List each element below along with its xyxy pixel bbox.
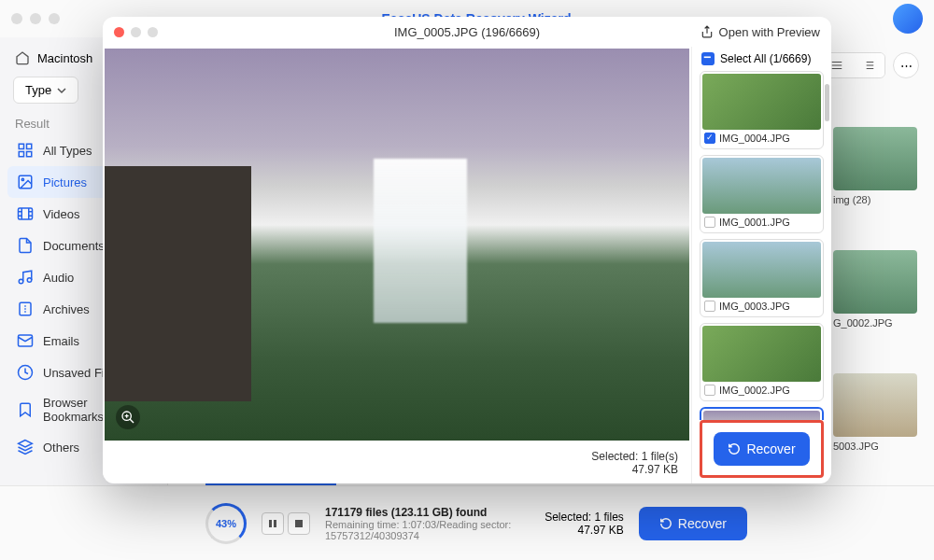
file-thumbnail[interactable]: img (28) (833, 127, 917, 205)
share-icon (700, 25, 714, 38)
thumbnail-checkbox[interactable] (704, 217, 715, 228)
file-thumbnail[interactable]: G_0002.JPG (833, 250, 917, 329)
sidebar-item-label: Others (43, 441, 79, 455)
video-icon (17, 205, 34, 222)
home-icon (15, 50, 30, 65)
thumbnail-image (702, 74, 821, 130)
restore-icon (659, 517, 672, 530)
email-icon (17, 332, 34, 349)
breadcrumb-location: Macintosh (37, 51, 92, 65)
preview-image[interactable] (105, 49, 689, 441)
file-thumbnail[interactable]: 5003.JPG (833, 373, 917, 452)
detail-view-button[interactable] (853, 53, 884, 77)
pause-button[interactable] (262, 512, 284, 535)
files-found: 171179 files (123.11 GB) found (325, 506, 530, 519)
recover-highlight: Recover (700, 420, 824, 478)
app-logo (893, 4, 923, 34)
sidebar-item-label: Documents (43, 239, 105, 253)
svg-rect-3 (27, 152, 32, 157)
zoom-button[interactable] (116, 405, 140, 429)
modal-header: IMG_0005.JPG (196/6669) Open with Previe… (103, 17, 831, 47)
scrollbar[interactable] (825, 84, 829, 121)
type-filter-button[interactable]: Type (13, 77, 78, 104)
thumbnails-list: IMG_0004.JPG IMG_0001.JPG IMG_0003.JPG I… (692, 71, 831, 420)
chevron-down-icon (57, 86, 66, 95)
sidebar-item-label: All Types (43, 144, 92, 158)
preview-modal: IMG_0005.JPG (196/6669) Open with Previe… (103, 17, 831, 483)
thumbnail-item[interactable]: IMG_0004.JPG (700, 71, 824, 149)
thumbnail-image (702, 158, 821, 214)
image-icon (17, 174, 34, 190)
preview-footer: Selected: 1 file(s) 47.97 KB (103, 442, 691, 483)
modal-minimize-button[interactable] (131, 27, 141, 37)
document-icon (17, 237, 34, 254)
magnify-icon (120, 410, 135, 425)
thumbnail-image (702, 326, 821, 382)
more-options-button[interactable]: ⋯ (893, 52, 919, 78)
svg-rect-26 (274, 520, 276, 527)
thumbnail-item[interactable]: IMG_0001.JPG (700, 155, 824, 233)
sidebar-item-label: Audio (43, 271, 74, 285)
recover-button[interactable]: Recover (639, 507, 747, 540)
scan-info: 171179 files (123.11 GB) found Remaining… (325, 506, 530, 541)
modal-close-button[interactable] (114, 27, 124, 37)
selected-size: 47.97 KB (116, 463, 678, 476)
restore-icon (728, 442, 741, 455)
modal-recover-button[interactable]: Recover (714, 432, 810, 466)
preview-pane: Selected: 1 file(s) 47.97 KB (103, 47, 691, 483)
svg-point-8 (27, 278, 32, 283)
layers-icon (17, 439, 34, 455)
thumbnail-item[interactable]: IMG_0002.JPG (700, 323, 824, 401)
svg-rect-6 (19, 208, 33, 219)
sidebar-item-label: Archives (43, 302, 90, 316)
grid-icon (17, 142, 34, 159)
status-bar: Searching:...\encodings\aliases.cpython-… (0, 485, 934, 560)
traffic-lights (11, 13, 60, 24)
clock-icon (17, 364, 34, 381)
maximize-window[interactable] (49, 13, 60, 24)
select-all-checkbox[interactable]: Select All (1/6669) (692, 47, 831, 71)
svg-rect-27 (295, 520, 303, 527)
time-remaining: Remaining time: 1:07:03/Reading sector: … (325, 519, 530, 541)
thumbnail-checkbox[interactable] (704, 385, 715, 396)
svg-rect-1 (27, 144, 32, 148)
archive-icon (17, 301, 34, 317)
thumbnail-checkbox[interactable] (704, 301, 715, 312)
svg-point-7 (19, 279, 23, 284)
thumbnail-checkbox[interactable] (704, 133, 715, 144)
sidebar-item-label: Emails (43, 334, 79, 348)
minimize-window[interactable] (30, 13, 41, 24)
thumbnail-item[interactable]: IMG_0003.JPG (700, 239, 824, 317)
svg-rect-25 (269, 520, 272, 527)
thumbnail-rail: Select All (1/6669) IMG_0004.JPG IMG_000… (691, 47, 831, 483)
scan-controls (262, 512, 310, 535)
audio-icon (17, 269, 34, 286)
sidebar-item-label: Pictures (43, 175, 87, 189)
svg-line-29 (130, 419, 134, 423)
progress-circle: 43% (205, 503, 247, 544)
svg-rect-0 (19, 144, 23, 148)
thumbnail-image (703, 411, 820, 420)
close-window[interactable] (11, 13, 22, 24)
svg-point-5 (21, 178, 23, 180)
selected-count: Selected: 1 file(s) (116, 450, 678, 463)
stop-button[interactable] (288, 512, 310, 535)
selection-info: Selected: 1 files 47.97 KB (545, 511, 624, 537)
checkbox-indeterminate-icon (701, 52, 715, 65)
modal-title: IMG_0005.JPG (196/6669) (394, 25, 540, 39)
thumbnail-item[interactable]: IMG_0005.JPG (700, 407, 824, 420)
modal-maximize-button[interactable] (148, 27, 158, 37)
modal-traffic-lights (114, 27, 158, 37)
sidebar-item-label: Videos (43, 207, 80, 221)
svg-rect-2 (19, 152, 23, 157)
bookmark-icon (17, 401, 34, 418)
open-with-preview-button[interactable]: Open with Preview (700, 25, 820, 39)
thumbnail-image (702, 242, 821, 298)
